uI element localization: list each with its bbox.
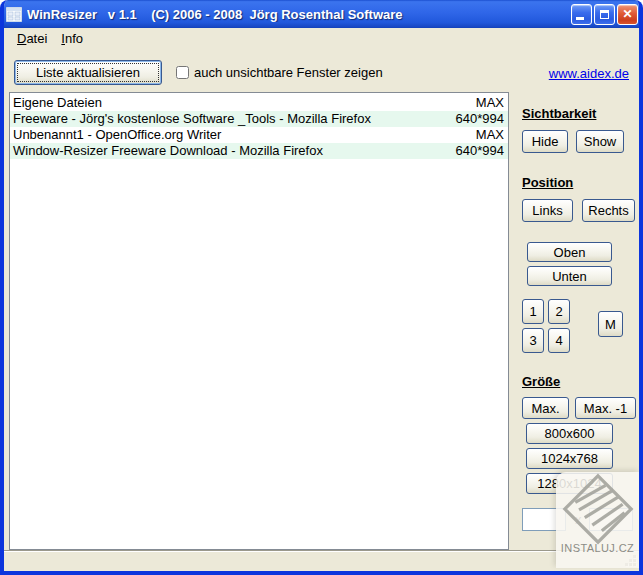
move-left-button[interactable]: Links <box>522 199 573 222</box>
app-window-icon <box>6 7 22 22</box>
move-right-button[interactable]: Rechts <box>582 199 635 222</box>
maximize-size-button[interactable]: Max. <box>522 397 569 419</box>
refresh-list-button[interactable]: Liste aktualisieren <box>14 60 162 85</box>
window-title-cell: Freeware - Jörg's kostenlose Software _T… <box>13 111 371 127</box>
move-bottom-button[interactable]: Unten <box>527 266 612 286</box>
hide-button[interactable]: Hide <box>522 130 568 153</box>
height-input[interactable] <box>589 508 633 531</box>
show-invisible-checkbox[interactable] <box>176 66 189 79</box>
window-title: WinResizer v 1.1 (C) 2006 - 2008 Jörg Ro… <box>27 7 571 22</box>
titlebar[interactable]: WinResizer v 1.1 (C) 2006 - 2008 Jörg Ro… <box>0 0 643 28</box>
show-invisible-checkbox-row: auch unsichtbare Fenster zeigen <box>176 65 383 80</box>
show-button[interactable]: Show <box>576 130 624 153</box>
list-item[interactable]: Window-Resizer Freeware Download - Mozil… <box>10 143 508 159</box>
width-input[interactable] <box>522 508 566 531</box>
window-size-cell: 640*994 <box>456 143 504 159</box>
menu-bar: Datei Info <box>4 28 639 49</box>
size-heading: Größe <box>522 374 643 389</box>
size-separator: x <box>575 512 582 527</box>
quadrant-2-button[interactable]: 2 <box>548 299 570 324</box>
preset-1280x1024-button[interactable]: 1280x1024 <box>526 473 613 494</box>
window-size-cell: MAX <box>476 95 504 111</box>
list-item[interactable]: Freeware - Jörg's kostenlose Software _T… <box>10 111 508 127</box>
winresizer-window: WinResizer v 1.1 (C) 2006 - 2008 Jörg Ro… <box>0 0 643 575</box>
window-size-cell: MAX <box>476 127 504 143</box>
window-title-cell: Eigene Dateien <box>13 95 102 111</box>
minimize-icon <box>576 17 584 20</box>
statusbar-divider <box>4 550 639 552</box>
window-title-cell: Unbenannt1 - OpenOffice.org Writer <box>13 127 221 143</box>
window-size-cell: 640*994 <box>456 111 504 127</box>
list-item[interactable]: Unbenannt1 - OpenOffice.org Writer MAX <box>10 127 508 143</box>
quadrant-4-button[interactable]: 4 <box>548 328 570 353</box>
max-minus-1-button[interactable]: Max. -1 <box>575 397 636 419</box>
list-item[interactable]: Eigene Dateien MAX <box>10 95 508 111</box>
window-list[interactable]: Eigene Dateien MAX Freeware - Jörg's kos… <box>9 92 509 550</box>
preset-800x600-button[interactable]: 800x600 <box>526 423 613 444</box>
menu-datei[interactable]: Datei <box>10 29 54 48</box>
maximize-button[interactable] <box>594 4 615 25</box>
visibility-heading: Sichtbarkeit <box>522 106 643 121</box>
minimize-button[interactable] <box>571 4 592 25</box>
menu-info[interactable]: Info <box>54 29 90 48</box>
move-top-button[interactable]: Oben <box>527 242 612 262</box>
custom-size-row: x <box>522 508 643 531</box>
monitor-button[interactable]: M <box>598 311 623 337</box>
close-button[interactable]: ✕ <box>617 4 638 25</box>
control-panel: Sichtbarkeit Hide Show Position Links Re… <box>514 92 643 531</box>
maximize-icon <box>600 10 609 19</box>
quadrant-3-button[interactable]: 3 <box>522 328 544 353</box>
show-invisible-label: auch unsichtbare Fenster zeigen <box>194 65 383 80</box>
preset-1024x768-button[interactable]: 1024x768 <box>526 448 613 469</box>
status-strip <box>4 553 639 568</box>
window-title-cell: Window-Resizer Freeware Download - Mozil… <box>13 143 323 159</box>
position-heading: Position <box>522 175 643 190</box>
close-icon: ✕ <box>622 8 632 20</box>
resize-grip[interactable] <box>624 554 637 567</box>
aidex-link[interactable]: www.aidex.de <box>549 66 629 81</box>
quadrant-1-button[interactable]: 1 <box>522 299 544 324</box>
quadrant-pad: 1 2 3 4 M <box>522 299 643 353</box>
